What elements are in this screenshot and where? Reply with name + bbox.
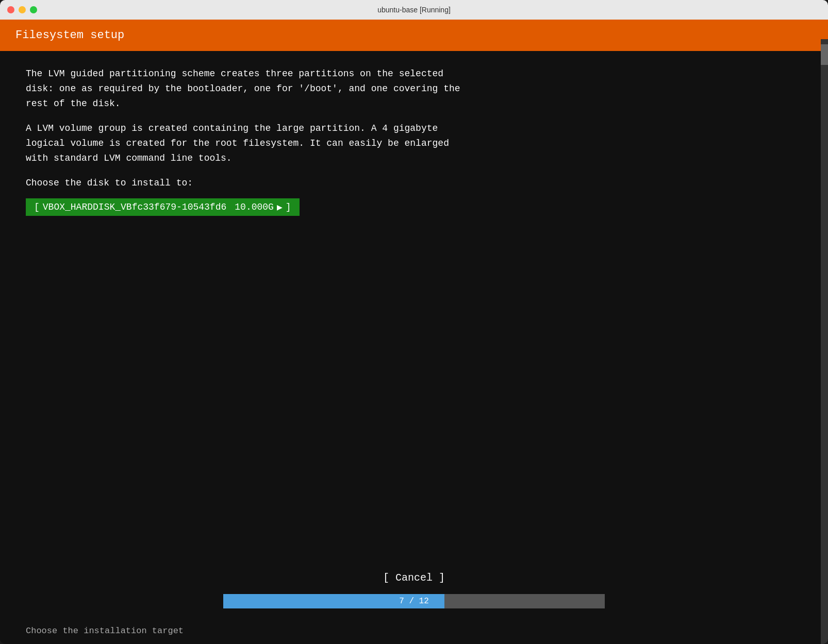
vm-content: Filesystem setup The LVM guided partitio… [0, 20, 828, 644]
window: ubuntu-base [Running] Filesystem setup T… [0, 0, 828, 644]
close-button[interactable] [7, 6, 14, 13]
status-text: Choose the installation target [0, 626, 184, 644]
maximize-button[interactable] [30, 6, 37, 13]
paragraph1: The LVM guided partitioning scheme creat… [26, 66, 802, 111]
page-title: Filesystem setup [15, 29, 124, 42]
cancel-button[interactable]: [ Cancel ] [383, 572, 445, 584]
main-content: The LVM guided partitioning scheme creat… [0, 51, 828, 572]
progress-text: 7 / 12 [223, 594, 605, 608]
header-bar: Filesystem setup [0, 20, 828, 51]
disk-size: 10.000G [235, 202, 274, 212]
paragraph2: A LVM volume group is created containing… [26, 121, 802, 165]
progress-bar-container: 7 / 12 [223, 594, 605, 608]
disk-option-button[interactable]: [ VBOX_HARDDISK_VBfc33f679-10543fd6 10.0… [26, 198, 300, 216]
window-controls [7, 6, 37, 13]
window-title: ubuntu-base [Running] [377, 6, 451, 14]
bottom-area: [ Cancel ] 7 / 12 [0, 572, 828, 626]
scrollbar[interactable] [821, 39, 828, 644]
disk-arrow: ▶ [277, 201, 283, 213]
titlebar: ubuntu-base [Running] [0, 0, 828, 20]
scrollbar-thumb[interactable] [821, 44, 828, 65]
bracket-right: ] [286, 202, 291, 212]
bracket-left: [ [34, 202, 40, 212]
minimize-button[interactable] [19, 6, 26, 13]
choose-label: Choose the disk to install to: [26, 176, 802, 190]
disk-name: VBOX_HARDDISK_VBfc33f679-10543fd6 [43, 202, 226, 212]
